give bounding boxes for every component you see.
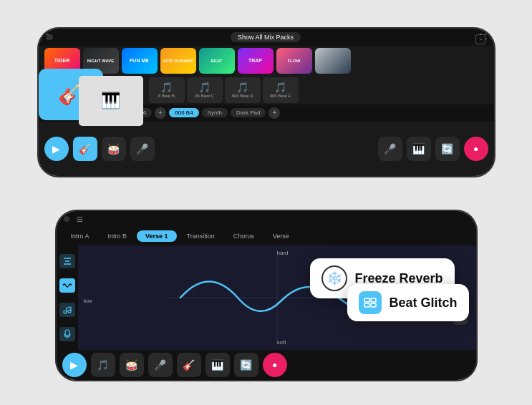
loop2-icon: 🔄: [240, 359, 252, 371]
phone1-expand-btn[interactable]: [475, 34, 485, 44]
tab-intro-b[interactable]: Intro B: [100, 230, 136, 242]
phone1-topbar: ☰ Show All Mix Packs ⛶: [39, 29, 494, 46]
notes-icon-button[interactable]: [59, 303, 75, 317]
play-button-2[interactable]: ▶: [62, 353, 87, 377]
loop-icon: 🔄: [441, 143, 453, 155]
pack-item[interactable]: FLOW: [276, 48, 312, 74]
tab-verse[interactable]: Verse: [264, 230, 298, 242]
mic3-button[interactable]: 🎤: [148, 353, 173, 377]
svg-line-7: [67, 307, 71, 308]
beat-icon: 🎵: [160, 82, 173, 93]
piano-button[interactable]: 🎹: [407, 137, 431, 161]
pack-item[interactable]: [315, 48, 351, 74]
beat-glitch-label: Beat Glitch: [389, 296, 457, 311]
mic-instrument-button[interactable]: 🎤: [130, 137, 155, 161]
beat-icon: 🎵: [274, 82, 286, 93]
loop-button[interactable]: 🔄: [435, 137, 460, 161]
beat-icon: 🎵: [198, 82, 211, 93]
tab-synth[interactable]: Synth: [202, 108, 228, 117]
wave-icon-button[interactable]: [59, 278, 75, 293]
guitar2-icon: 🎸: [183, 359, 195, 371]
guitar-instrument-button[interactable]: 🎸: [73, 137, 97, 161]
phone2-controls: ▶ 🎵 🥁 🎤 🎸 🎹 🔄 ●: [57, 350, 476, 380]
scratch-icon: 🎵: [97, 359, 109, 371]
beat-cell[interactable]: 🎵 606 Beat E: [263, 77, 299, 103]
phone2-menu-icon[interactable]: ☰: [77, 215, 83, 223]
tab-intro-a[interactable]: Intro A: [62, 230, 98, 242]
phone1-screen: ☰ Show All Mix Packs ⛶ TIGER NIGHT WAVE …: [39, 29, 494, 176]
pack-label: TIGER: [54, 58, 69, 63]
add-track-button[interactable]: +: [155, 107, 166, 119]
tab-label: Intro A: [71, 233, 90, 240]
svg-rect-17: [371, 303, 376, 307]
mic3-icon: 🎤: [154, 359, 166, 371]
guitar-icon: 🎸: [79, 143, 91, 155]
mic2-icon: 🎤: [384, 143, 396, 155]
keyboard-icon: 🎹: [211, 359, 223, 371]
beat-glitch-icon: [359, 291, 382, 314]
pack-label: FUN ME: [130, 58, 149, 63]
record-button-2[interactable]: ●: [263, 353, 287, 377]
phone-1: ☰ Show All Mix Packs ⛶ TIGER NIGHT WAVE …: [37, 27, 495, 177]
pack-item[interactable]: TRAP: [238, 48, 274, 74]
mic2-button[interactable]: 🎤: [378, 137, 402, 161]
record-icon: ●: [473, 144, 478, 154]
fx-sidebar: [57, 245, 78, 350]
svg-rect-15: [371, 298, 376, 302]
keyboard-button[interactable]: 🎹: [205, 353, 230, 377]
tab-label: Dark Pad: [236, 109, 260, 116]
pack-item[interactable]: ACID SOUNDS: [160, 48, 196, 74]
fx-canvas[interactable]: hard low soft ❄️ Freeze Rever: [78, 245, 476, 350]
drum2-icon: 🥁: [125, 359, 137, 371]
play-button[interactable]: ▶: [44, 137, 69, 161]
pack-label: BEAT: [211, 59, 223, 63]
pack-item[interactable]: FUN ME: [122, 48, 158, 74]
svg-rect-16: [364, 303, 369, 307]
beat-label: 606 Beat E: [270, 94, 291, 98]
beat-cell[interactable]: 🎵 606 Beat D: [225, 77, 261, 103]
phone-2: ☰ Intro A Intro B Verse 1 Transition Cho…: [55, 210, 478, 381]
show-all-packs-button[interactable]: Show All Mix Packs: [231, 32, 301, 42]
tab-label: Verse: [273, 233, 289, 240]
pack-label: ACID SOUNDS: [163, 59, 193, 63]
phone2-topbar: ☰: [57, 211, 476, 227]
beat-glitch-popup[interactable]: Beat Glitch: [347, 284, 468, 321]
timeline-tabs: Intro A Intro B Verse 1 Transition Choru…: [57, 227, 476, 245]
svg-rect-8: [65, 330, 69, 336]
guitar2-button[interactable]: 🎸: [177, 353, 201, 377]
piano-card[interactable]: 🎹: [79, 76, 143, 126]
phone1-camera: [47, 34, 53, 40]
beat-label: 6 Beat B: [158, 94, 175, 98]
tab-dark-pad[interactable]: Dark Pad: [231, 108, 266, 117]
tab-label: Transition: [187, 233, 215, 240]
tab-label: Chorus: [233, 233, 254, 240]
loop2-button[interactable]: 🔄: [234, 353, 258, 377]
beat-cell[interactable]: 🎵 6 Beat B: [149, 77, 185, 103]
tab-transition[interactable]: Transition: [178, 230, 223, 242]
pack-label: NIGHT WAVE: [87, 59, 115, 63]
tab-verse1[interactable]: Verse 1: [137, 230, 177, 242]
piano-icon: 🎹: [101, 92, 120, 110]
eq-icon-button[interactable]: [59, 254, 75, 268]
beat-cell[interactable]: 🎵 06 Beat C: [187, 77, 223, 103]
tab-chorus[interactable]: Chorus: [225, 230, 263, 242]
drum2-button[interactable]: 🥁: [120, 353, 144, 377]
phone1-controls: ▶ 🎸 🥁 🎤 🎤 🎹 🔄 ●: [39, 122, 494, 176]
freeze-icon: ❄️: [321, 265, 347, 291]
beat-label: 606 Beat D: [231, 94, 253, 98]
svg-rect-14: [364, 298, 369, 302]
tab-label: Verse 1: [145, 233, 168, 240]
drum-instrument-button[interactable]: 🥁: [102, 137, 126, 161]
phone2-screen: ☰ Intro A Intro B Verse 1 Transition Cho…: [57, 211, 476, 380]
scratch-button[interactable]: 🎵: [91, 353, 115, 377]
beat-label: 06 Beat C: [195, 94, 214, 98]
record-button[interactable]: ●: [464, 137, 488, 161]
pack-item[interactable]: BEAT: [199, 48, 235, 74]
mic-icon-button[interactable]: [59, 327, 75, 341]
add-track-button-2[interactable]: +: [269, 107, 280, 119]
tab-606b4[interactable]: 606 B4: [169, 108, 198, 117]
drum-icon: 🥁: [107, 143, 120, 155]
record-icon-2: ●: [272, 360, 277, 370]
play-icon-2: ▶: [70, 359, 78, 371]
pack-list: TIGER NIGHT WAVE FUN ME ACID SOUNDS BEAT…: [39, 46, 494, 76]
